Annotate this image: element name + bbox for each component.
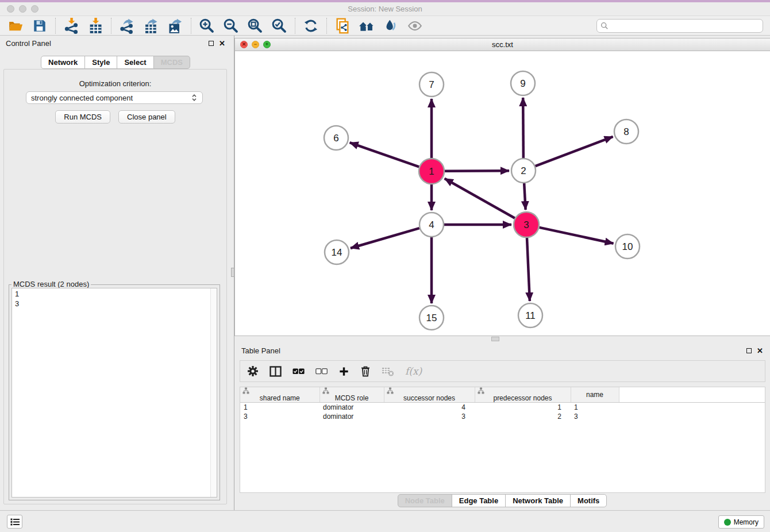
import-network-button[interactable] [59, 17, 83, 35]
svg-text:6: 6 [333, 133, 338, 144]
task-history-button[interactable] [7, 515, 22, 529]
edge-1-2[interactable] [445, 171, 509, 171]
export-network-button[interactable] [115, 17, 139, 35]
network-maximize-button[interactable]: + [263, 41, 271, 48]
zoom-in-icon [199, 18, 215, 34]
select-all-columns-button[interactable] [292, 368, 305, 375]
tab-motifs[interactable]: Motifs [570, 494, 607, 507]
edge-2-8[interactable] [536, 137, 613, 166]
graph-node-4[interactable]: 4 [419, 213, 444, 237]
column-header[interactable]: shared name [240, 387, 319, 403]
graph-node-14[interactable]: 14 [325, 240, 349, 264]
memory-status-dot [724, 519, 731, 526]
first-neighbors-button[interactable] [355, 17, 379, 35]
toolbar-separator [55, 18, 56, 34]
close-panel-button[interactable]: Close panel [118, 110, 175, 124]
table-panel-tabs: Node TableEdge TableNetwork TableMotifs [234, 494, 770, 507]
table-row[interactable]: 1dominator411 [240, 403, 765, 412]
duplicate-network-button[interactable] [330, 17, 355, 35]
tab-edge-table[interactable]: Edge Table [452, 494, 506, 507]
toggle-columns-button[interactable] [270, 366, 282, 377]
edge-2-3[interactable] [524, 183, 525, 210]
svg-text:15: 15 [426, 313, 437, 323]
graph-node-6[interactable]: 6 [324, 126, 348, 150]
session-title: Session: New Session [0, 5, 770, 13]
graph-node-8[interactable]: 8 [614, 119, 638, 144]
graph-node-10[interactable]: 10 [615, 234, 640, 259]
run-mcds-button[interactable]: Run MCDS [55, 110, 110, 124]
save-icon [32, 18, 47, 33]
zoom-in-button[interactable] [195, 17, 219, 35]
export-table-button[interactable] [139, 17, 163, 35]
add-column-button[interactable] [338, 366, 349, 377]
graph-node-3[interactable]: 3 [514, 212, 539, 237]
duplicate-network-icon [334, 18, 351, 34]
edge-1-6[interactable] [350, 142, 419, 167]
float-table-panel-icon[interactable] [746, 348, 752, 353]
graph-node-7[interactable]: 7 [419, 72, 444, 97]
zoom-out-button[interactable] [219, 17, 243, 35]
search-input[interactable] [611, 22, 759, 30]
close-panel-icon[interactable]: ✕ [219, 40, 225, 47]
mcds-result-text[interactable]: 13 [11, 288, 217, 498]
tab-style[interactable]: Style [84, 56, 117, 69]
graph-node-11[interactable]: 11 [518, 303, 542, 327]
criterion-selected-value: strongly connected component [31, 94, 133, 102]
network-window-titlebar[interactable]: ✕ − + scc.txt [235, 38, 770, 51]
memory-button[interactable]: Memory [718, 515, 764, 529]
svg-text:8: 8 [623, 126, 629, 137]
float-panel-icon[interactable] [209, 41, 214, 46]
deselect-all-columns-button[interactable] [315, 368, 328, 375]
column-header[interactable]: predecessor nodes [475, 387, 571, 403]
table-row[interactable]: 3dominator323 [240, 412, 765, 421]
network-graph: 7968124314101511 [235, 51, 770, 337]
network-minimize-button[interactable]: − [252, 41, 259, 48]
show-hide-panels-button[interactable] [403, 17, 427, 35]
zoom-selected-icon [271, 18, 287, 34]
graph-node-15[interactable]: 15 [419, 306, 444, 330]
tab-mcds[interactable]: MCDS [153, 56, 190, 69]
table-settings-button[interactable] [247, 365, 259, 377]
horizontal-splitter-grip[interactable] [491, 337, 499, 341]
apply-style-button[interactable] [379, 17, 403, 35]
tab-select[interactable]: Select [117, 56, 153, 69]
node-table-header-row[interactable]: shared nameMCDS rolesuccessor nodesprede… [240, 387, 765, 403]
result-scrollbar[interactable] [210, 288, 217, 497]
column-header[interactable]: MCDS role [319, 387, 384, 403]
export-table-icon [143, 18, 159, 34]
edge-3-10[interactable] [539, 228, 613, 244]
node-table-container[interactable]: shared nameMCDS rolesuccessor nodesprede… [240, 387, 765, 493]
tab-network-table[interactable]: Network Table [505, 494, 571, 507]
search-icon [600, 22, 609, 30]
edge-3-1[interactable] [445, 179, 515, 218]
open-session-button[interactable] [3, 17, 28, 35]
close-table-panel-icon[interactable]: ✕ [757, 347, 763, 354]
delete-table-button[interactable] [382, 367, 394, 376]
column-header[interactable]: successor nodes [384, 387, 475, 403]
tab-network[interactable]: Network [41, 56, 85, 69]
save-session-button[interactable] [28, 17, 52, 35]
svg-text:4: 4 [429, 219, 434, 230]
tab-node-table[interactable]: Node Table [398, 494, 452, 507]
network-canvas[interactable]: 7968124314101511 [235, 51, 770, 336]
edge-2-9[interactable] [523, 98, 523, 158]
zoom-fit-button[interactable] [243, 17, 267, 35]
edge-3-11[interactable] [527, 238, 530, 301]
import-table-button[interactable] [83, 17, 107, 35]
graph-node-1[interactable]: 1 [419, 159, 444, 184]
column-header[interactable]: name [571, 387, 619, 403]
network-close-button[interactable]: ✕ [240, 41, 248, 48]
criterion-select[interactable]: strongly connected component [26, 91, 203, 104]
node-table: shared nameMCDS rolesuccessor nodesprede… [240, 387, 765, 421]
refresh-icon [303, 18, 318, 33]
edge-4-14[interactable] [351, 228, 419, 248]
import-table-icon [87, 18, 103, 34]
graph-node-2[interactable]: 2 [511, 159, 536, 183]
export-image-button[interactable] [163, 17, 187, 35]
delete-columns-button[interactable] [360, 365, 371, 377]
search-field[interactable] [596, 19, 763, 33]
graph-node-9[interactable]: 9 [511, 71, 535, 95]
export-image-icon [167, 18, 183, 34]
refresh-layout-button[interactable] [299, 17, 323, 35]
zoom-selected-button[interactable] [267, 17, 291, 35]
